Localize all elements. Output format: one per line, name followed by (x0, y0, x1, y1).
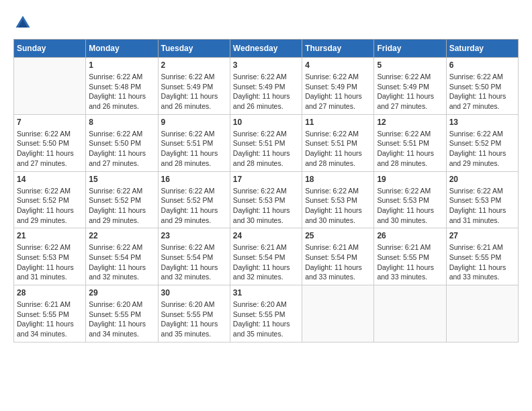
calendar-cell (446, 285, 518, 342)
calendar-cell: 30Sunrise: 6:20 AMSunset: 5:55 PMDayligh… (158, 285, 230, 342)
day-number: 9 (161, 118, 227, 127)
calendar-cell: 1Sunrise: 6:22 AMSunset: 5:48 PMDaylight… (86, 58, 158, 115)
calendar-week-row: 14Sunrise: 6:22 AMSunset: 5:52 PMDayligh… (14, 171, 519, 228)
day-number: 28 (17, 288, 83, 298)
day-number: 29 (89, 288, 154, 298)
day-info: Sunrise: 6:20 AMSunset: 5:55 PMDaylight:… (161, 300, 227, 339)
day-number: 3 (233, 60, 299, 70)
day-number: 2 (161, 60, 227, 70)
day-info: Sunrise: 6:22 AMSunset: 5:51 PMDaylight:… (377, 129, 443, 169)
calendar-week-row: 21Sunrise: 6:22 AMSunset: 5:53 PMDayligh… (14, 228, 519, 285)
day-of-week-header: Monday (86, 40, 158, 58)
calendar-cell: 23Sunrise: 6:22 AMSunset: 5:54 PMDayligh… (158, 228, 230, 285)
calendar-cell: 4Sunrise: 6:22 AMSunset: 5:49 PMDaylight… (302, 58, 374, 115)
day-number: 15 (89, 175, 154, 184)
day-number: 30 (161, 288, 227, 298)
day-info: Sunrise: 6:22 AMSunset: 5:54 PMDaylight:… (89, 242, 154, 282)
day-number: 16 (161, 175, 227, 184)
calendar-cell (302, 285, 374, 342)
day-number: 18 (305, 175, 371, 184)
day-number: 12 (377, 118, 443, 127)
calendar-cell: 26Sunrise: 6:21 AMSunset: 5:55 PMDayligh… (374, 228, 446, 285)
day-info: Sunrise: 6:22 AMSunset: 5:53 PMDaylight:… (377, 186, 443, 226)
day-info: Sunrise: 6:22 AMSunset: 5:52 PMDaylight:… (449, 129, 515, 169)
calendar-week-row: 1Sunrise: 6:22 AMSunset: 5:48 PMDaylight… (14, 58, 519, 115)
day-number: 14 (17, 175, 83, 184)
day-info: Sunrise: 6:22 AMSunset: 5:50 PMDaylight:… (89, 129, 154, 169)
day-of-week-header: Thursday (302, 40, 374, 58)
day-info: Sunrise: 6:21 AMSunset: 5:55 PMDaylight:… (17, 300, 83, 339)
day-number: 27 (449, 231, 515, 240)
day-of-week-header: Wednesday (230, 40, 302, 58)
day-number: 23 (161, 231, 227, 240)
day-number: 26 (377, 231, 443, 240)
calendar-cell: 16Sunrise: 6:22 AMSunset: 5:52 PMDayligh… (158, 171, 230, 228)
day-info: Sunrise: 6:22 AMSunset: 5:53 PMDaylight:… (449, 186, 515, 226)
calendar-cell: 21Sunrise: 6:22 AMSunset: 5:53 PMDayligh… (14, 228, 86, 285)
day-info: Sunrise: 6:22 AMSunset: 5:50 PMDaylight:… (449, 72, 515, 111)
day-of-week-header: Friday (374, 40, 446, 58)
day-info: Sunrise: 6:22 AMSunset: 5:49 PMDaylight:… (377, 72, 443, 111)
day-info: Sunrise: 6:20 AMSunset: 5:55 PMDaylight:… (233, 300, 299, 339)
calendar-cell: 5Sunrise: 6:22 AMSunset: 5:49 PMDaylight… (374, 58, 446, 115)
calendar-week-row: 28Sunrise: 6:21 AMSunset: 5:55 PMDayligh… (14, 285, 519, 342)
calendar-cell: 27Sunrise: 6:21 AMSunset: 5:55 PMDayligh… (446, 228, 518, 285)
calendar-cell: 31Sunrise: 6:20 AMSunset: 5:55 PMDayligh… (230, 285, 302, 342)
day-of-week-header: Tuesday (158, 40, 230, 58)
calendar-cell: 13Sunrise: 6:22 AMSunset: 5:52 PMDayligh… (446, 114, 518, 171)
calendar-cell: 15Sunrise: 6:22 AMSunset: 5:52 PMDayligh… (86, 171, 158, 228)
day-info: Sunrise: 6:22 AMSunset: 5:50 PMDaylight:… (17, 129, 83, 169)
day-number: 10 (233, 118, 299, 127)
day-info: Sunrise: 6:22 AMSunset: 5:51 PMDaylight:… (305, 129, 371, 169)
day-number: 11 (305, 118, 371, 127)
calendar-cell: 17Sunrise: 6:22 AMSunset: 5:53 PMDayligh… (230, 171, 302, 228)
day-info: Sunrise: 6:21 AMSunset: 5:54 PMDaylight:… (305, 242, 371, 282)
calendar-header-row: SundayMondayTuesdayWednesdayThursdayFrid… (14, 40, 519, 58)
logo-icon (13, 13, 32, 32)
day-info: Sunrise: 6:22 AMSunset: 5:51 PMDaylight:… (161, 129, 227, 169)
calendar-cell: 3Sunrise: 6:22 AMSunset: 5:49 PMDaylight… (230, 58, 302, 115)
calendar-cell: 14Sunrise: 6:22 AMSunset: 5:52 PMDayligh… (14, 171, 86, 228)
day-number: 31 (233, 288, 299, 298)
calendar-table: SundayMondayTuesdayWednesdayThursdayFrid… (13, 39, 519, 342)
day-number: 4 (305, 60, 371, 70)
day-number: 21 (17, 231, 83, 240)
day-number: 1 (89, 60, 154, 70)
calendar-cell: 7Sunrise: 6:22 AMSunset: 5:50 PMDaylight… (14, 114, 86, 171)
calendar-week-row: 7Sunrise: 6:22 AMSunset: 5:50 PMDaylight… (14, 114, 519, 171)
calendar-cell: 28Sunrise: 6:21 AMSunset: 5:55 PMDayligh… (14, 285, 86, 342)
day-number: 6 (449, 60, 515, 70)
day-info: Sunrise: 6:22 AMSunset: 5:52 PMDaylight:… (161, 186, 227, 226)
day-info: Sunrise: 6:22 AMSunset: 5:48 PMDaylight:… (89, 72, 154, 111)
calendar-cell: 18Sunrise: 6:22 AMSunset: 5:53 PMDayligh… (302, 171, 374, 228)
day-info: Sunrise: 6:20 AMSunset: 5:55 PMDaylight:… (89, 300, 154, 339)
page-header (13, 13, 519, 32)
day-info: Sunrise: 6:22 AMSunset: 5:52 PMDaylight:… (17, 186, 83, 226)
calendar-cell (374, 285, 446, 342)
day-number: 5 (377, 60, 443, 70)
day-info: Sunrise: 6:22 AMSunset: 5:54 PMDaylight:… (161, 242, 227, 282)
calendar-cell: 25Sunrise: 6:21 AMSunset: 5:54 PMDayligh… (302, 228, 374, 285)
day-of-week-header: Saturday (446, 40, 518, 58)
calendar-cell: 2Sunrise: 6:22 AMSunset: 5:49 PMDaylight… (158, 58, 230, 115)
day-number: 19 (377, 175, 443, 184)
calendar-cell: 11Sunrise: 6:22 AMSunset: 5:51 PMDayligh… (302, 114, 374, 171)
calendar-cell: 20Sunrise: 6:22 AMSunset: 5:53 PMDayligh… (446, 171, 518, 228)
day-of-week-header: Sunday (14, 40, 86, 58)
day-number: 17 (233, 175, 299, 184)
day-info: Sunrise: 6:22 AMSunset: 5:53 PMDaylight:… (17, 242, 83, 282)
day-info: Sunrise: 6:22 AMSunset: 5:53 PMDaylight:… (233, 186, 299, 226)
calendar-cell: 22Sunrise: 6:22 AMSunset: 5:54 PMDayligh… (86, 228, 158, 285)
calendar-cell: 6Sunrise: 6:22 AMSunset: 5:50 PMDaylight… (446, 58, 518, 115)
day-number: 8 (89, 118, 154, 127)
day-number: 20 (449, 175, 515, 184)
day-info: Sunrise: 6:21 AMSunset: 5:54 PMDaylight:… (233, 242, 299, 282)
calendar-cell: 9Sunrise: 6:22 AMSunset: 5:51 PMDaylight… (158, 114, 230, 171)
day-number: 22 (89, 231, 154, 240)
logo (13, 13, 35, 32)
day-info: Sunrise: 6:21 AMSunset: 5:55 PMDaylight:… (449, 242, 515, 282)
day-info: Sunrise: 6:21 AMSunset: 5:55 PMDaylight:… (377, 242, 443, 282)
day-number: 25 (305, 231, 371, 240)
calendar-cell: 12Sunrise: 6:22 AMSunset: 5:51 PMDayligh… (374, 114, 446, 171)
calendar-cell: 29Sunrise: 6:20 AMSunset: 5:55 PMDayligh… (86, 285, 158, 342)
